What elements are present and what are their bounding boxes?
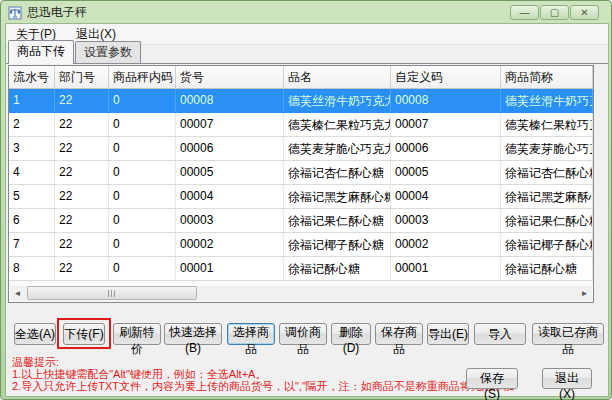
table-cell: 00005 — [176, 161, 284, 184]
tab-product-download[interactable]: 商品下传 — [8, 40, 74, 64]
app-scale-icon — [8, 6, 22, 20]
table-cell: 00004 — [391, 185, 501, 208]
table-cell: 徐福记椰子酥心糖 — [501, 233, 593, 256]
toolbar-button-读取已存商品[interactable]: 读取已存商品 — [532, 323, 604, 345]
table-row[interactable]: 222000007德芙榛仁果粒巧克力00007德芙榛仁果粒巧克力 — [9, 113, 593, 137]
column-header[interactable]: 部门号 — [55, 66, 109, 88]
table-cell: 22 — [55, 137, 109, 160]
table-cell: 0 — [109, 209, 176, 232]
table-cell: 00003 — [176, 209, 284, 232]
table-cell: 徐福记黑芝麻酥心糖 — [284, 185, 391, 208]
table-cell: 22 — [55, 113, 109, 136]
column-header[interactable]: 品名 — [284, 66, 391, 88]
table-cell: 徐福记果仁酥心糖 — [501, 209, 593, 232]
table-cell: 德芙丝滑牛奶巧克力 — [284, 89, 391, 112]
toolbar-button-选择商品[interactable]: 选择商品 — [227, 323, 275, 345]
hint-line-2: 2.导入只允许上传TXT文件，内容为要上传的商品货号，以","隔开，注：如商品不… — [12, 380, 515, 392]
table-row[interactable]: 322000006德芙麦芽脆心巧克力00006德芙麦芽脆心巧克力 — [9, 137, 593, 161]
scrollbar-thumb[interactable] — [27, 286, 197, 300]
table-cell: 0 — [109, 185, 176, 208]
table-header-row: 流水号部门号商品秤内码货号品名自定义码商品简称 — [9, 66, 593, 89]
toolbar-button-快速选择[interactable]: 快速选择(B) — [164, 323, 222, 345]
grid-body: 122000008德芙丝滑牛奶巧克力00008德芙丝滑牛奶巧克力22200000… — [9, 89, 593, 281]
table-row[interactable]: 522000004徐福记黑芝麻酥心糖00004徐福记黑芝麻酥心糖 — [9, 185, 593, 209]
tab-strip: 商品下传 设置参数 — [8, 45, 142, 64]
table-cell: 00006 — [176, 137, 284, 160]
table-cell: 2 — [9, 113, 55, 136]
window-controls: — ▢ ✕ — [509, 5, 599, 20]
toolbar-button-导入[interactable]: 导入 — [474, 323, 526, 345]
table-cell: 0 — [109, 89, 176, 112]
close-button[interactable]: ✕ — [570, 5, 599, 20]
tab-page-product-download: 流水号部门号商品秤内码货号品名自定义码商品简称 122000008德芙丝滑牛奶巧… — [6, 63, 608, 396]
toolbar-button-刷新特价[interactable]: 刷新特价 — [113, 323, 161, 345]
table-cell: 徐福记果仁酥心糖 — [284, 209, 391, 232]
table-cell: 德芙麦芽脆心巧克力 — [501, 137, 593, 160]
table-row[interactable]: 622000003徐福记果仁酥心糖00003徐福记果仁酥心糖 — [9, 209, 593, 233]
table-row[interactable]: 822000001徐福记酥心糖00001徐福记酥心糖 — [9, 257, 593, 281]
column-header[interactable]: 自定义码 — [391, 66, 501, 88]
scroll-right-arrow-icon[interactable]: ► — [577, 287, 592, 300]
save-button[interactable]: 保存(S) — [466, 368, 518, 389]
table-cell: 00003 — [391, 209, 501, 232]
minimize-button[interactable]: — — [510, 5, 539, 20]
scrollbar-grip-icon — [108, 290, 116, 297]
app-window: 思迅电子秤 — ▢ ✕ 关于(P) 退出(X) 商品下传 设置参数 流水号部门号… — [0, 0, 612, 400]
table-row[interactable]: 722000002徐福记椰子酥心糖00002徐福记椰子酥心糖 — [9, 233, 593, 257]
horizontal-scrollbar[interactable]: ◄ ► — [10, 286, 592, 301]
table-cell: 00004 — [176, 185, 284, 208]
table-cell: 徐福记杏仁酥心糖 — [284, 161, 391, 184]
column-header[interactable]: 货号 — [176, 66, 284, 88]
title-bar: 思迅电子秤 — ▢ ✕ — [5, 3, 607, 22]
table-cell: 00006 — [391, 137, 501, 160]
hint-line-1: 1.以上快捷键需配合"Alt"键使用，例如：全选Alt+A。 — [12, 368, 515, 380]
table-cell: 00005 — [391, 161, 501, 184]
table-cell: 0 — [109, 161, 176, 184]
scroll-left-arrow-icon[interactable]: ◄ — [10, 287, 25, 300]
table-row[interactable]: 122000008德芙丝滑牛奶巧克力00008德芙丝滑牛奶巧克力 — [9, 89, 593, 113]
table-cell: 德芙麦芽脆心巧克力 — [284, 137, 391, 160]
table-cell: 6 — [9, 209, 55, 232]
maximize-button[interactable]: ▢ — [540, 5, 569, 20]
table-cell: 德芙丝滑牛奶巧克力 — [501, 89, 593, 112]
window-title: 思迅电子秤 — [27, 4, 87, 21]
table-cell: 00001 — [391, 257, 501, 280]
product-table: 流水号部门号商品秤内码货号品名自定义码商品简称 122000008德芙丝滑牛奶巧… — [8, 65, 594, 303]
toolbar-button-保存商品[interactable]: 保存商品 — [375, 323, 423, 345]
toolbar-button-下传[interactable]: 下传(F) — [63, 323, 105, 345]
client-area: 关于(P) 退出(X) 商品下传 设置参数 流水号部门号商品秤内码货号品名自定义… — [5, 23, 609, 397]
toolbar-button-全选[interactable]: 全选(A) — [14, 323, 56, 345]
table-cell: 德芙榛仁果粒巧克力 — [501, 113, 593, 136]
toolbar-button-导出[interactable]: 导出(E) — [427, 323, 469, 345]
table-cell: 8 — [9, 257, 55, 280]
table-cell: 00001 — [176, 257, 284, 280]
tab-settings[interactable]: 设置参数 — [75, 41, 141, 64]
table-cell: 徐福记杏仁酥心糖 — [501, 161, 593, 184]
column-header[interactable]: 商品秤内码 — [109, 66, 176, 88]
table-cell: 徐福记酥心糖 — [284, 257, 391, 280]
table-cell: 00008 — [176, 89, 284, 112]
table-cell: 0 — [109, 233, 176, 256]
footer-area: 温馨提示: 1.以上快捷键需配合"Alt"键使用，例如：全选Alt+A。 2.导… — [6, 352, 608, 396]
toolbar: 全选(A)下传(F)刷新特价快速选择(B)选择商品调价商品删除(D)保存商品导出… — [6, 312, 608, 348]
column-header[interactable]: 流水号 — [9, 66, 55, 88]
table-cell: 00008 — [391, 89, 501, 112]
table-cell: 4 — [9, 161, 55, 184]
table-cell: 00007 — [391, 113, 501, 136]
table-cell: 3 — [9, 137, 55, 160]
table-cell: 22 — [55, 209, 109, 232]
table-cell: 徐福记椰子酥心糖 — [284, 233, 391, 256]
table-cell: 22 — [55, 89, 109, 112]
table-cell: 1 — [9, 89, 55, 112]
table-cell: 德芙榛仁果粒巧克力 — [284, 113, 391, 136]
table-row[interactable]: 422000005徐福记杏仁酥心糖00005徐福记杏仁酥心糖 — [9, 161, 593, 185]
table-cell: 7 — [9, 233, 55, 256]
toolbar-button-调价商品[interactable]: 调价商品 — [279, 323, 327, 345]
table-cell: 22 — [55, 233, 109, 256]
table-cell: 徐福记黑芝麻酥心糖 — [501, 185, 593, 208]
table-cell: 0 — [109, 257, 176, 280]
exit-button[interactable]: 退出(X) — [542, 368, 592, 389]
table-cell: 00007 — [176, 113, 284, 136]
toolbar-button-删除[interactable]: 删除(D) — [331, 323, 371, 345]
column-header[interactable]: 商品简称 — [501, 66, 593, 88]
